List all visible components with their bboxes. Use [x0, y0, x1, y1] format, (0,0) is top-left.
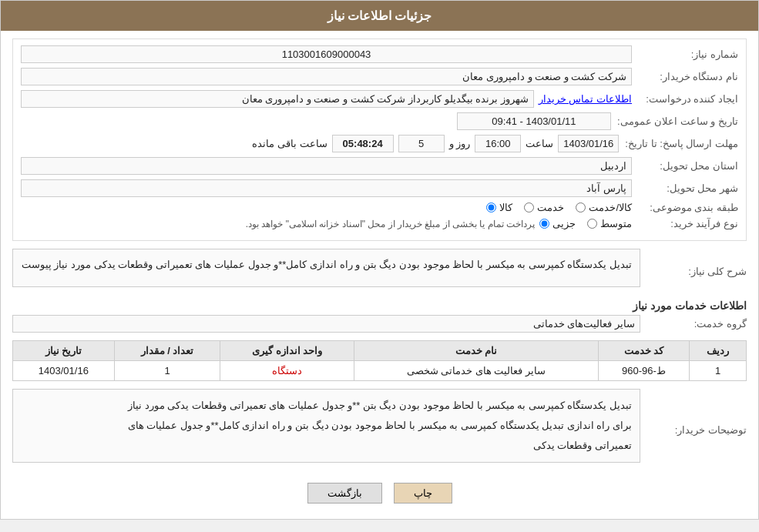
city-label: شهر محل تحویل: — [638, 182, 738, 194]
city-value: پارس آباد — [21, 179, 632, 197]
cell-row: 1 — [690, 361, 747, 381]
buyer-notes-value: تبدیل یکدستگاه کمپرسی به میکسر با لحاظ م… — [12, 389, 640, 463]
services-section: ردیف کد خدمت نام خدمت واحد اندازه گیری ت… — [12, 340, 747, 381]
process-group: متوسط جزیی پرداخت تمام یا بخشی از مبلغ خ… — [21, 218, 632, 229]
service-group-value: سایر فعالیت‌های خدماتی — [12, 315, 640, 333]
service-group-label: گروه خدمت: — [646, 318, 747, 330]
need-description-value: تبدیل یکدستگاه کمپرسی به میکسر با لحاظ م… — [12, 249, 640, 287]
category-option-1: کالا — [486, 202, 512, 213]
creator-value: شهروز برنده بیگدیلو کاربرداز شرکت کشت و … — [21, 90, 534, 108]
buttons-row: چاپ بازگشت — [12, 475, 747, 511]
deadline-time: 16:00 — [475, 135, 521, 152]
creator-row: ایجاد کننده درخواست: اطلاعات تماس خریدار… — [21, 90, 738, 108]
col-name: نام خدمت — [354, 341, 599, 361]
col-row: ردیف — [690, 341, 747, 361]
buyer-org-row: نام دستگاه خریدار: شرکت کشت و صنعت و دام… — [21, 68, 738, 85]
announce-date-value: 1403/01/11 - 09:41 — [457, 112, 611, 130]
col-qty: تعداد / مقدار — [114, 341, 220, 361]
announce-date-row: تاریخ و ساعت اعلان عمومی: 1403/01/11 - 0… — [21, 112, 738, 130]
cell-unit: دستگاه — [220, 361, 354, 381]
deadline-label: مهلت ارسال پاسخ: تا تاریخ: — [625, 138, 738, 149]
process-note: پرداخت تمام یا بخشی از مبلغ خریدار از مح… — [246, 219, 535, 229]
page-header: جزئیات اطلاعات نیاز — [1, 1, 758, 31]
deadline-day-label: روز و — [449, 138, 471, 149]
category-label-3: کالا/خدمت — [589, 202, 632, 213]
print-button[interactable]: چاپ — [394, 483, 452, 504]
process-radio-2[interactable] — [587, 219, 597, 229]
table-header-row: ردیف کد خدمت نام خدمت واحد اندازه گیری ت… — [13, 341, 747, 361]
category-radio-2[interactable] — [524, 202, 534, 212]
deadline-days: 5 — [398, 135, 445, 152]
countdown-label: ساعت باقی مانده — [252, 138, 327, 149]
category-label: طبقه بندی موضوعی: — [638, 202, 738, 213]
need-number-label: شماره نیاز: — [638, 49, 738, 60]
header-title: جزئیات اطلاعات نیاز — [327, 9, 432, 22]
buyer-notes-row: توضیحات خریدار: تبدیل یکدستگاه کمپرسی به… — [12, 389, 747, 470]
category-radio-1[interactable] — [486, 202, 496, 212]
cell-qty: 1 — [114, 361, 220, 381]
buyer-org-value: شرکت کشت و صنعت و دامپروری معان — [21, 68, 632, 85]
category-option-2: خدمت — [524, 202, 564, 213]
deadline-time-label: ساعت — [526, 138, 553, 149]
cell-code: ط-96-960 — [598, 361, 689, 381]
col-date: تاریخ نیاز — [13, 341, 115, 361]
announce-date-label: تاریخ و ساعت اعلان عمومی: — [617, 115, 738, 127]
category-option-3: کالا/خدمت — [576, 202, 632, 213]
process-label-2: متوسط — [600, 218, 632, 229]
main-content: شماره نیاز: 1103001609000043 نام دستگاه … — [1, 31, 758, 519]
info-section: شماره نیاز: 1103001609000043 نام دستگاه … — [12, 38, 747, 241]
deadline-group: 1403/01/16 ساعت 16:00 روز و 5 05:48:24 س… — [21, 135, 619, 152]
province-row: استان محل تحویل: اردبیل — [21, 157, 738, 175]
col-code: کد خدمت — [598, 341, 689, 361]
need-number-value: 1103001609000043 — [21, 45, 632, 63]
creator-contact-link[interactable]: اطلاعات تماس خریدار — [539, 93, 632, 105]
process-radio-group: متوسط جزیی — [539, 218, 632, 229]
process-row: نوع فرآیند خرید: متوسط جزیی پرداخت تمام … — [21, 218, 738, 229]
province-label: استان محل تحویل: — [638, 160, 738, 172]
category-row: طبقه بندی موضوعی: کالا/خدمت خدمت کالا — [21, 202, 738, 213]
deadline-row: مهلت ارسال پاسخ: تا تاریخ: 1403/01/16 سا… — [21, 135, 738, 152]
services-info-title: اطلاعات خدمات مورد نیاز — [12, 299, 747, 312]
back-button[interactable]: بازگشت — [307, 483, 382, 504]
province-value: اردبیل — [21, 157, 632, 175]
services-table: ردیف کد خدمت نام خدمت واحد اندازه گیری ت… — [12, 340, 747, 381]
deadline-date: 1403/01/16 — [558, 135, 619, 152]
need-description-label: شرح کلی نیاز: — [646, 266, 747, 277]
category-label-2: خدمت — [537, 202, 564, 213]
page-wrapper: جزئیات اطلاعات نیاز شماره نیاز: 11030016… — [0, 0, 759, 520]
col-unit: واحد اندازه گیری — [220, 341, 354, 361]
need-description-row: شرح کلی نیاز: تبدیل یکدستگاه کمپرسی به م… — [12, 249, 747, 293]
process-label-1: جزیی — [552, 218, 576, 229]
process-option-1: جزیی — [539, 218, 576, 229]
creator-label: ایجاد کننده درخواست: — [638, 93, 738, 105]
buyer-notes-label: توضیحات خریدار: — [646, 424, 747, 436]
category-label-1: کالا — [499, 202, 512, 213]
service-group-row: گروه خدمت: سایر فعالیت‌های خدماتی — [12, 315, 747, 333]
countdown-value: 05:48:24 — [332, 135, 394, 152]
cell-name: سایر فعالیت های خدماتی شخصی — [354, 361, 599, 381]
need-number-row: شماره نیاز: 1103001609000043 — [21, 45, 738, 63]
process-label: نوع فرآیند خرید: — [638, 218, 738, 229]
buyer-org-label: نام دستگاه خریدار: — [638, 71, 738, 82]
process-option-2: متوسط — [587, 218, 632, 229]
creator-group: اطلاعات تماس خریدار شهروز برنده بیگدیلو … — [21, 90, 632, 108]
city-row: شهر محل تحویل: پارس آباد — [21, 179, 738, 197]
category-radio-3[interactable] — [576, 202, 586, 212]
process-radio-1[interactable] — [539, 219, 549, 229]
category-radio-group: کالا/خدمت خدمت کالا — [486, 202, 632, 213]
table-row: 1 ط-96-960 سایر فعالیت های خدماتی شخصی د… — [13, 361, 747, 381]
cell-date: 1403/01/16 — [13, 361, 115, 381]
